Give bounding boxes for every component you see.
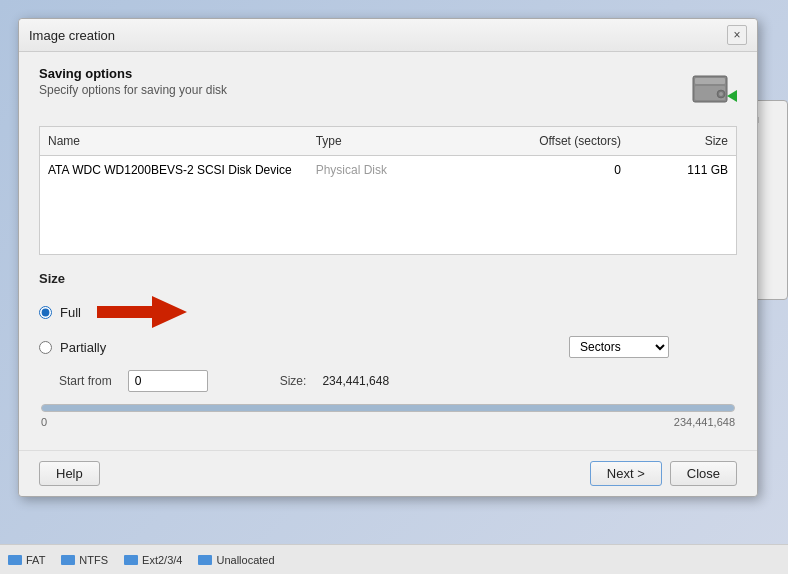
saving-options-heading: Saving options (39, 66, 227, 81)
unallocated-label: Unallocated (216, 554, 274, 566)
ext234-icon (124, 555, 138, 565)
svg-rect-1 (695, 78, 725, 84)
unallocated-icon (198, 555, 212, 565)
disk-table: Name Type Offset (sectors) Size ATA WDC … (39, 126, 737, 255)
slider-min-label: 0 (41, 416, 47, 428)
col-name-header: Name (40, 131, 308, 151)
saving-options-text: Saving options Specify options for savin… (39, 66, 227, 97)
partially-radio-row: Partially Sectors MB GB (39, 336, 737, 358)
col-size-header: Size (629, 131, 736, 151)
col-type-header: Type (308, 131, 469, 151)
svg-marker-6 (97, 296, 187, 328)
size-label: Size (39, 271, 737, 286)
image-creation-dialog: Image creation × Saving options Specify … (18, 18, 758, 497)
slider-fill (42, 405, 734, 411)
taskbar-fat: FAT (8, 554, 45, 566)
dialog-titlebar: Image creation × (19, 19, 757, 52)
ntfs-icon (61, 555, 75, 565)
ext234-label: Ext2/3/4 (142, 554, 182, 566)
saving-options-subtext: Specify options for saving your disk (39, 83, 227, 97)
next-button[interactable]: Next > (590, 461, 662, 486)
slider-section: 0 234,441,648 (39, 404, 737, 428)
disk-table-header: Name Type Offset (sectors) Size (40, 127, 736, 156)
sectors-dropdown[interactable]: Sectors MB GB (569, 336, 669, 358)
taskbar-unallocated: Unallocated (198, 554, 274, 566)
footer-right-buttons: Next > Close (590, 461, 737, 486)
full-radio-row: Full (39, 296, 737, 328)
svg-point-4 (719, 92, 723, 96)
table-empty-area (40, 184, 736, 254)
help-button[interactable]: Help (39, 461, 100, 486)
dialog-close-button[interactable]: × (727, 25, 747, 45)
svg-marker-5 (727, 90, 737, 102)
slider-labels: 0 234,441,648 (41, 416, 735, 428)
row-type: Physical Disk (308, 160, 469, 180)
red-arrow-icon (97, 296, 187, 328)
slider-track (41, 404, 735, 412)
start-from-label: Start from (59, 374, 112, 388)
row-size: 111 GB (629, 160, 736, 180)
start-size-row: Start from Size: 234,441,648 (39, 370, 737, 392)
col-offset-header: Offset (sectors) (468, 131, 629, 151)
saving-options-section: Saving options Specify options for savin… (39, 66, 737, 114)
dialog-footer: Help Next > Close (19, 450, 757, 496)
fat-icon (8, 555, 22, 565)
slider-max-label: 234,441,648 (674, 416, 735, 428)
full-radio-label[interactable]: Full (60, 305, 81, 320)
partially-radio-input[interactable] (39, 341, 52, 354)
size-section: Size Full Partially Sectors MB GB (39, 271, 737, 428)
row-offset: 0 (468, 160, 629, 180)
taskbar-bottom: FAT NTFS Ext2/3/4 Unallocated (0, 544, 788, 574)
dialog-body: Saving options Specify options for savin… (19, 52, 757, 450)
dialog-title: Image creation (29, 28, 115, 43)
close-dialog-button[interactable]: Close (670, 461, 737, 486)
size-field-label: Size: (280, 374, 307, 388)
size-field-value: 234,441,648 (322, 374, 389, 388)
row-name: ATA WDC WD1200BEVS-2 SCSI Disk Device (40, 160, 308, 180)
table-row: ATA WDC WD1200BEVS-2 SCSI Disk Device Ph… (40, 156, 736, 184)
start-from-input[interactable] (128, 370, 208, 392)
partially-radio-label[interactable]: Partially (60, 340, 106, 355)
full-radio-input[interactable] (39, 306, 52, 319)
fat-label: FAT (26, 554, 45, 566)
ntfs-label: NTFS (79, 554, 108, 566)
disk-icon (689, 66, 737, 114)
taskbar-ext234: Ext2/3/4 (124, 554, 182, 566)
taskbar-ntfs: NTFS (61, 554, 108, 566)
